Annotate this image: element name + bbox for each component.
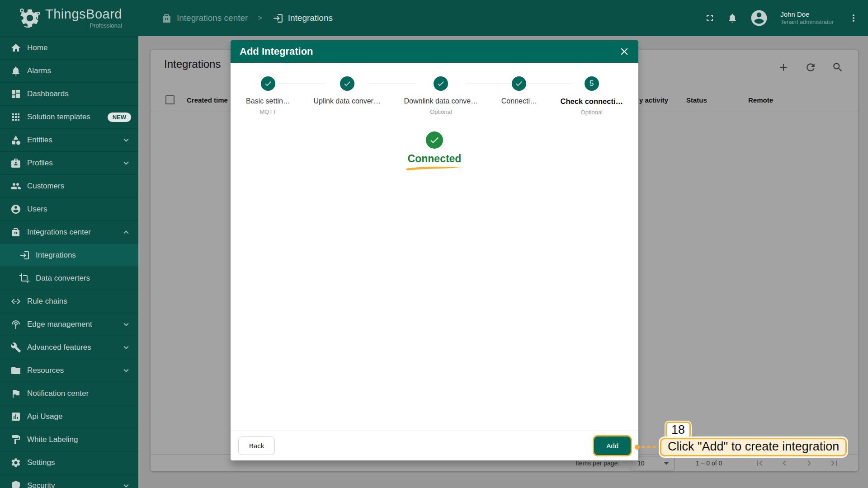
highlight-underline <box>404 165 465 171</box>
fullscreen-icon[interactable] <box>704 13 715 23</box>
chevron-down-icon <box>121 481 131 488</box>
step-number: 5 <box>585 76 599 91</box>
sidebar-item-alarms[interactable]: Alarms <box>0 59 138 82</box>
sidebar-item-solution-templates[interactable]: Solution templates NEW <box>0 105 138 128</box>
back-button[interactable]: Back <box>238 436 275 455</box>
sidebar-item-profiles[interactable]: Profiles <box>0 151 138 174</box>
sidebar-item-users[interactable]: Users <box>0 197 138 221</box>
new-badge: NEW <box>108 113 131 122</box>
step-sublabel: Optional <box>581 109 603 116</box>
step-label: Basic settin… <box>246 97 290 105</box>
sidebar-item-customers[interactable]: Customers <box>0 174 138 197</box>
add-integration-dialog: Add Integration Basic settin… MQTT Uplin… <box>231 40 638 460</box>
sidebar-item-data-converters[interactable]: Data converters <box>0 267 138 290</box>
sidebar-item-label: Solution templates <box>27 113 90 122</box>
sidebar-item-label: Dashboards <box>27 89 69 99</box>
close-icon[interactable] <box>618 46 630 57</box>
sidebar-item-security[interactable]: Security <box>0 474 138 488</box>
step-label: Uplink data conver… <box>313 97 381 105</box>
step-downlink-converter[interactable]: Downlink data conve… Optional <box>404 76 478 115</box>
step-check-connection[interactable]: 5 Check connecti… Optional <box>561 76 623 116</box>
breadcrumb-item[interactable]: Integrations center <box>177 13 248 23</box>
avatar[interactable] <box>750 9 769 28</box>
integrations-icon <box>19 250 30 261</box>
dialog-title: Add Integration <box>240 46 313 57</box>
sidebar-item-rule-chains[interactable]: Rule chains <box>0 290 138 313</box>
chevron-down-icon <box>121 366 131 375</box>
sidebar-item-home[interactable]: Home <box>0 36 138 59</box>
sidebar-item-label: Settings <box>27 458 55 467</box>
apps-icon <box>10 112 21 122</box>
integrations-icon <box>272 13 283 24</box>
breadcrumb-item-current[interactable]: Integrations <box>288 13 333 23</box>
tools-icon <box>10 342 21 353</box>
step-connection[interactable]: Connecti… <box>501 76 537 114</box>
dialog-header: Add Integration <box>231 40 638 63</box>
app-name: ThingsBoard <box>45 8 122 21</box>
flag-icon <box>10 388 21 399</box>
shield-icon <box>10 480 21 488</box>
sidebar-nav: Home Alarms Dashboards Solution template… <box>0 36 138 488</box>
breadcrumb: Integrations center > Integrations <box>138 13 333 24</box>
chevron-up-icon <box>121 227 131 237</box>
sidebar-item-label: White Labeling <box>27 435 78 444</box>
step-label: Connecti… <box>501 97 537 105</box>
sidebar-item-label: Advanced features <box>27 343 91 352</box>
step-uplink-converter[interactable]: Uplink data conver… <box>313 76 381 114</box>
connection-status: Connected <box>231 131 638 171</box>
sidebar-item-label: Integrations <box>36 251 76 260</box>
sidebar-item-integrations[interactable]: Integrations <box>0 244 138 267</box>
step-sublabel: Optional <box>430 108 452 115</box>
sidebar-item-label: Home <box>27 43 47 52</box>
sidebar-item-label: Resources <box>27 366 64 375</box>
sidebar-item-integrations-center[interactable]: Integrations center <box>0 221 138 244</box>
sidebar-item-advanced-features[interactable]: Advanced features <box>0 336 138 359</box>
step-basic-settings[interactable]: Basic settin… MQTT <box>246 76 290 115</box>
sidebar-item-edge-management[interactable]: Edge management <box>0 313 138 336</box>
sidebar-item-label: Notification center <box>27 389 89 398</box>
thingsboard-logo-icon <box>19 7 41 29</box>
user-name: John Doe <box>780 10 834 19</box>
add-button[interactable]: Add <box>594 436 631 455</box>
chevron-down-icon <box>121 319 131 329</box>
annotation-connector-dash <box>642 446 661 448</box>
rule-chains-icon <box>10 296 21 307</box>
sidebar-item-label: Entities <box>27 136 52 145</box>
step-done-check-icon <box>512 76 526 91</box>
step-done-check-icon <box>261 76 275 91</box>
sidebar: ThingsBoard Professional Home Alarms Das… <box>0 0 138 488</box>
notifications-bell-icon[interactable] <box>727 13 738 23</box>
sidebar-item-notification-center[interactable]: Notification center <box>0 382 138 405</box>
profiles-icon <box>10 158 21 169</box>
sidebar-item-dashboards[interactable]: Dashboards <box>0 82 138 105</box>
sidebar-item-resources[interactable]: Resources <box>0 359 138 382</box>
customers-icon <box>10 181 21 192</box>
integrations-center-icon <box>10 227 21 238</box>
step-sublabel: MQTT <box>259 108 276 115</box>
sidebar-item-label: Users <box>27 205 47 214</box>
user-menu[interactable]: John Doe Tenant administrator <box>780 10 834 26</box>
sidebar-item-entities[interactable]: Entities <box>0 128 138 151</box>
step-done-check-icon <box>434 76 448 91</box>
sidebar-item-api-usage[interactable]: Api Usage <box>0 405 138 428</box>
step-done-check-icon <box>340 76 354 91</box>
sidebar-item-label: Security <box>27 481 55 488</box>
more-vert-icon[interactable] <box>848 13 859 23</box>
paint-roller-icon <box>10 434 21 445</box>
annotation-tooltip: Click "Add" to create integration <box>660 438 847 456</box>
sidebar-item-label: Data converters <box>36 274 90 283</box>
sidebar-item-white-labeling[interactable]: White Labeling <box>0 428 138 451</box>
users-icon <box>10 204 21 215</box>
dashboards-icon <box>10 89 21 99</box>
sidebar-item-label: Integrations center <box>27 228 91 237</box>
annotation-step-number: 18 <box>665 422 691 438</box>
step-label: Downlink data conve… <box>404 97 478 105</box>
sidebar-item-label: Rule chains <box>27 297 67 306</box>
logo: ThingsBoard Professional <box>0 0 138 36</box>
chevron-down-icon <box>121 135 131 145</box>
breadcrumb-separator: > <box>258 14 262 22</box>
chevron-down-icon <box>121 158 131 168</box>
user-role: Tenant administrator <box>780 19 834 26</box>
sidebar-item-settings[interactable]: Settings <box>0 451 138 474</box>
annotation-connector-dot <box>635 445 640 450</box>
